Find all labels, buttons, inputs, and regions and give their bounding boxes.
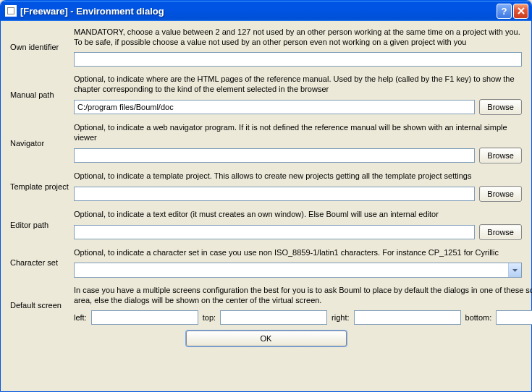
screen-bottom-label: bottom:	[465, 313, 492, 322]
navigator-label: Navigator	[10, 139, 74, 148]
editor-path-desc: Optional, to indicate a text editor (it …	[74, 209, 522, 219]
ok-button[interactable]: OK	[186, 331, 347, 346]
editor-path-browse-button[interactable]: Browse	[479, 224, 522, 240]
template-project-browse-button[interactable]: Browse	[479, 186, 522, 202]
manual-path-label: Manual path	[10, 90, 74, 99]
titlebar[interactable]: [Freeware] - Environment dialog ?	[1, 1, 531, 21]
navigator-input[interactable]	[74, 148, 475, 163]
window-title: [Freeware] - Environment dialog	[20, 6, 495, 17]
environment-dialog-window: [Freeware] - Environment dialog ? Own id…	[0, 0, 532, 392]
default-screen-desc: In case you have a multiple screens conf…	[74, 285, 532, 305]
own-identifier-input[interactable]	[74, 52, 522, 67]
navigator-browse-button[interactable]: Browse	[479, 148, 522, 163]
manual-path-browse-button[interactable]: Browse	[479, 99, 522, 115]
manual-path-desc: Optional, to indicate where are the HTML…	[74, 74, 522, 94]
app-icon	[5, 5, 17, 17]
screen-top-input[interactable]	[220, 310, 327, 325]
own-identifier-label: Own identifier	[10, 43, 74, 51]
screen-top-label: top:	[203, 313, 216, 322]
character-set-label: Character set	[10, 258, 74, 267]
close-button[interactable]	[513, 4, 528, 19]
navigator-desc: Optional, to indicate a web navigator pr…	[74, 122, 522, 142]
manual-path-input[interactable]	[74, 100, 475, 114]
screen-right-label: right:	[332, 313, 349, 322]
help-button[interactable]: ?	[497, 4, 512, 19]
template-project-input[interactable]	[74, 187, 475, 201]
default-screen-label: Default screen	[10, 301, 74, 310]
close-icon	[518, 7, 525, 14]
editor-path-input[interactable]	[74, 225, 475, 239]
editor-path-label: Editor path	[10, 221, 74, 229]
character-set-desc: Optional, to indicate a character set in…	[74, 247, 522, 257]
client-area: Own identifier MANDATORY, choose a value…	[3, 21, 529, 389]
chevron-down-icon	[508, 263, 521, 277]
screen-right-input[interactable]	[354, 310, 461, 325]
template-project-label: Template project	[10, 182, 74, 191]
character-set-combo[interactable]	[74, 263, 522, 278]
template-project-desc: Optional, to indicate a template project…	[74, 171, 522, 181]
screen-bottom-input[interactable]	[496, 310, 532, 325]
screen-left-label: left:	[74, 313, 87, 322]
own-identifier-desc: MANDATORY, choose a value between 2 and …	[74, 27, 522, 47]
screen-left-input[interactable]	[91, 310, 198, 325]
